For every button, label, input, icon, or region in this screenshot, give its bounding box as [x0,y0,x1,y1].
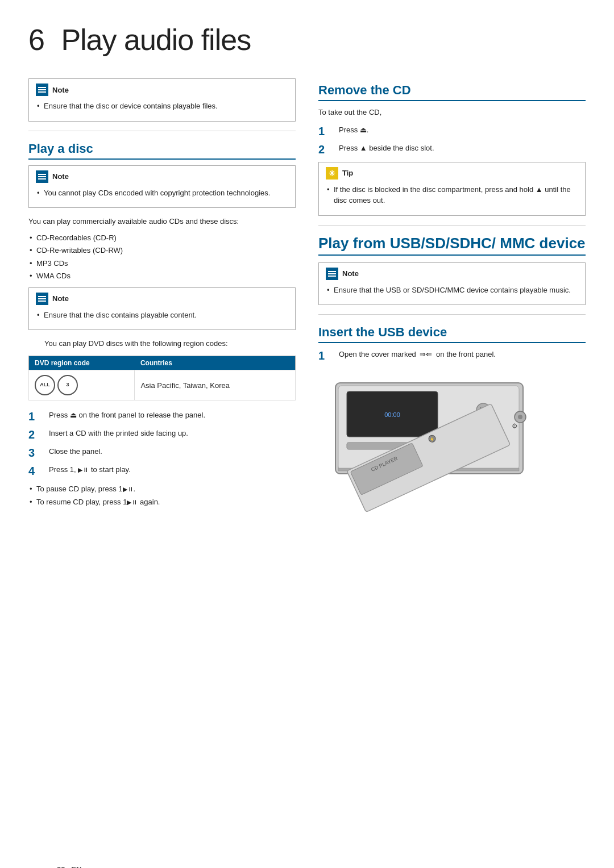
note-box-usb: Note Ensure that the USB or SD/SDHC/MMC … [318,262,586,306]
note-1-item: Ensure that the disc or device contains … [36,101,288,112]
remove-step-num-1: 1 [318,124,334,138]
note-2-item: You cannot play CDs encoded with copyrig… [36,187,288,199]
body-text-2: You can play DVD discs with the followin… [28,338,296,350]
remove-cd-body: To take out the CD, [318,107,586,119]
note-3-item: Ensure that the disc contains playable c… [36,310,288,321]
table-row: ALL 3 Asia Pacific, Taiwan, Korea [29,370,296,400]
note-box-2: Note You cannot play CDs encoded with co… [28,165,296,208]
note-header-3: Note [36,293,288,305]
usb-symbol: ⇒⇐ [420,350,432,358]
tip-icon: ✳ [326,167,338,180]
note-label-2: Note [52,172,69,181]
device-image: 00:00 CD PLAYER [318,372,540,531]
note-header-usb: Note [326,268,578,280]
insert-usb-step-1: 1 Open the cover marked ⇒⇐ on the front … [318,349,586,362]
note-label-3: Note [52,294,69,303]
play-step-4: 4 Press 1, to start play. [28,464,296,478]
left-column: Note Ensure that the disc or device cont… [28,73,296,531]
dvd-badge-3: 3 [57,375,78,395]
usb-section-title: Play from USB/SD/SDHC/ MMC device [318,235,586,256]
page-lang: EN [71,865,81,868]
remove-step-1: 1 Press . [318,124,586,138]
play-step-2: 2 Insert a CD with the printed side faci… [28,428,296,441]
disc-item-3: WMA CDs [28,270,296,282]
tip-text: If the disc is blocked in the disc compa… [326,184,578,206]
remove-step-text-2: Press ▲ beside the disc slot. [339,143,434,154]
note-label-usb: Note [342,269,359,278]
svg-text:00:00: 00:00 [384,411,400,418]
step-num-2: 2 [28,428,44,441]
play-step-3: 3 Close the panel. [28,446,296,460]
note-header-2: Note [36,170,288,183]
page-footer: 22 EN [57,865,81,868]
insert-usb-steps: 1 Open the cover marked ⇒⇐ on the front … [318,349,586,362]
insert-usb-title: Insert the USB device [318,325,586,343]
dvd-badge-all: ALL [35,375,55,395]
step-num-3: 3 [28,446,44,460]
step-num-4: 4 [28,464,44,478]
right-column: Remove the CD To take out the CD, 1 Pres… [318,73,586,531]
play-bullet-2: To resume CD play, press 1 again. [28,496,296,508]
play-bullets: To pause CD play, press 1. To resume CD … [28,483,296,507]
dvd-badges-cell: ALL 3 [29,370,135,400]
dvd-col-2: Countries [135,356,296,370]
remove-step-text-1: Press . [339,124,368,136]
dvd-region-table: DVD region code Countries ALL 3 Asia Pac… [28,356,296,400]
divider-2 [318,225,586,226]
tip-list: If the disc is blocked in the disc compa… [326,184,578,206]
disc-item-0: CD-Recordables (CD-R) [28,232,296,244]
remove-cd-title: Remove the CD [318,83,586,101]
note-box-3: Note Ensure that the disc contains playa… [28,287,296,331]
note-icon-3 [36,293,48,305]
page-title: 6 Play audio files [28,23,586,57]
dvd-countries: Asia Pacific, Taiwan, Korea [135,370,296,400]
pause-icon-2 [127,496,138,508]
note-header-1: Note [36,84,288,96]
dvd-col-1: DVD region code [29,356,135,370]
svg-text:⚙: ⚙ [512,422,518,430]
note-icon-usb [326,268,338,280]
remove-step-num-2: 2 [318,143,334,156]
eject-icon-2 [360,124,367,136]
note-2-list: You cannot play CDs encoded with copyrig… [36,187,288,199]
note-icon-1 [36,84,48,96]
remove-step-2: 2 Press ▲ beside the disc slot. [318,143,586,156]
disc-list: CD-Recordables (CD-R) CD-Re-writables (C… [28,232,296,282]
insert-step-num-1: 1 [318,349,334,362]
tip-label: Tip [342,169,353,177]
note-box-1: Note Ensure that the disc or device cont… [28,78,296,122]
insert-step-text-1: Open the cover marked ⇒⇐ on the front pa… [339,349,496,360]
note-3-list: Ensure that the disc contains playable c… [36,310,288,321]
disc-item-1: CD-Re-writables (CD-RW) [28,245,296,256]
play-steps-list: 1 Press on the front panel to release th… [28,410,296,478]
page-num: 22 [57,865,65,868]
note-label-1: Note [52,86,69,94]
divider-1 [28,131,296,131]
pause-icon-1 [123,483,134,495]
note-usb-item: Ensure that the USB or SD/SDHC/MMC devic… [326,285,578,296]
body-text-1: You can play commercially available audi… [28,216,296,228]
tip-box: ✳ Tip If the disc is blocked in the disc… [318,162,586,216]
step-num-1: 1 [28,410,44,423]
step-text-1: Press on the front panel to release the … [49,410,205,421]
tip-header: ✳ Tip [326,167,578,180]
note-usb-list: Ensure that the USB or SD/SDHC/MMC devic… [326,285,578,296]
step-text-4: Press 1, to start play. [49,464,131,475]
note-1-list: Ensure that the disc or device contains … [36,101,288,112]
note-icon-2 [36,170,48,183]
play-pause-icon-1 [78,464,89,475]
play-disc-title: Play a disc [28,141,296,160]
svg-point-15 [518,415,522,419]
divider-3 [318,314,586,315]
device-svg: 00:00 CD PLAYER [318,372,540,531]
disc-item-2: MP3 CDs [28,258,296,269]
step-text-2: Insert a CD with the printed side facing… [49,428,188,439]
play-bullet-1: To pause CD play, press 1. [28,483,296,495]
remove-steps-list: 1 Press . 2 Press ▲ beside the disc slot… [318,124,586,156]
step-text-3: Close the panel. [49,446,102,457]
eject-icon-1 [70,410,77,421]
play-step-1: 1 Press on the front panel to release th… [28,410,296,423]
